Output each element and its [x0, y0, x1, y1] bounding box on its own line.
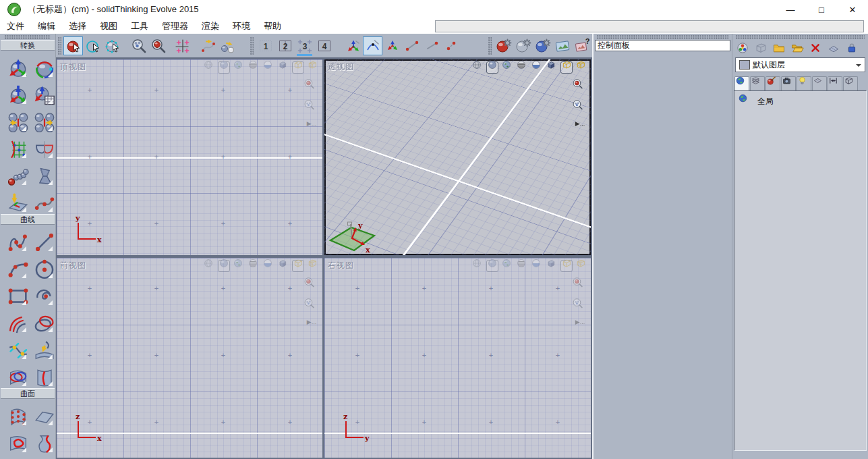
- vh-textured-button[interactable]: [501, 61, 513, 74]
- vh-wirebox-button[interactable]: [292, 61, 304, 74]
- lp-folder-button[interactable]: [772, 41, 786, 55]
- vh-cube-button[interactable]: [277, 260, 289, 272]
- toolbar-drag-handle[interactable]: [488, 37, 492, 55]
- control-panel-drag-handle[interactable]: [597, 35, 728, 39]
- curve-arc-button[interactable]: [1, 252, 28, 279]
- viewport-more-button[interactable]: ▶...: [575, 319, 585, 325]
- tool-lattice-button[interactable]: [1, 132, 28, 159]
- surf-revolve-button[interactable]: [28, 427, 54, 454]
- snap-line-button[interactable]: [422, 36, 441, 55]
- move-points-button[interactable]: [218, 36, 237, 55]
- select-points-button[interactable]: [103, 36, 122, 55]
- toolbar-drag-handle[interactable]: [58, 37, 61, 55]
- close-button[interactable]: ✕: [837, 0, 868, 19]
- viewport-more-button[interactable]: ▶...: [307, 319, 316, 325]
- layout-4-button[interactable]: 4: [314, 36, 334, 55]
- vh-wire-button[interactable]: [471, 260, 484, 272]
- viewport-more-button[interactable]: ▶...: [307, 120, 316, 127]
- vh-half-button[interactable]: [531, 260, 543, 272]
- tab-dim-tab[interactable]: [828, 76, 842, 90]
- snap-grid-button[interactable]: [172, 36, 192, 55]
- vh-striped-button[interactable]: [248, 260, 260, 272]
- surf-sweep-button[interactable]: [28, 454, 54, 459]
- menu-item-environment[interactable]: 环境: [226, 19, 257, 34]
- toolbar-drag-handle[interactable]: [250, 37, 254, 55]
- render-blue-button[interactable]: [533, 36, 552, 55]
- vh-wirebox2-button[interactable]: [307, 260, 319, 272]
- tree-item[interactable]: 全局: [734, 91, 866, 111]
- tab-box-tab[interactable]: [843, 76, 858, 90]
- curve-offset-button[interactable]: [1, 306, 28, 333]
- vh-shaded-button[interactable]: [218, 61, 230, 74]
- sidebar-drag-handle[interactable]: [5, 35, 51, 39]
- curve-ellipse-button[interactable]: [28, 306, 54, 333]
- menu-item-select[interactable]: 选择: [62, 19, 93, 34]
- vh-wire-button[interactable]: [471, 61, 484, 74]
- tool-xform-num-button[interactable]: [28, 78, 54, 105]
- snap-arc-button[interactable]: [363, 36, 382, 55]
- layout-1-button[interactable]: 1: [256, 36, 275, 55]
- vh-half-button[interactable]: [262, 61, 274, 74]
- layer-dropdown[interactable]: 默认图层: [735, 57, 865, 72]
- surf-plane-button[interactable]: [28, 400, 54, 427]
- minimize-button[interactable]: —: [775, 0, 806, 19]
- tab-global-tab[interactable]: [734, 76, 749, 90]
- vh-striped-button[interactable]: [516, 61, 528, 74]
- lp-colors-button[interactable]: [736, 41, 749, 55]
- vh-wirebox-button[interactable]: [560, 61, 573, 74]
- vh-wirebox2-button[interactable]: [575, 61, 587, 74]
- viewport-right[interactable]: ++++++++++++ z y右视图▶...: [324, 258, 591, 458]
- vh-shaded-button[interactable]: [218, 260, 230, 272]
- tab-layers-tab[interactable]: [750, 76, 765, 90]
- vh-wirebox2-button[interactable]: [575, 260, 587, 272]
- vh-shaded-button[interactable]: [486, 61, 498, 74]
- curve-extract-button[interactable]: [28, 360, 54, 387]
- curve-circle-button[interactable]: [28, 252, 54, 279]
- menu-item-help[interactable]: 帮助: [257, 19, 288, 34]
- lp-del-button[interactable]: [809, 41, 822, 55]
- select-outline-button[interactable]: [83, 36, 103, 55]
- snap-pts-button[interactable]: [441, 36, 461, 55]
- curve-rect-button[interactable]: [1, 279, 28, 306]
- vh-textured-button[interactable]: [233, 260, 245, 272]
- curve-tangent-button[interactable]: [1, 333, 28, 360]
- vh-cube-button[interactable]: [546, 260, 558, 272]
- snap-triad2-button[interactable]: [382, 36, 402, 55]
- surf-trim-button[interactable]: [1, 427, 28, 454]
- zoom-object-button[interactable]: [148, 36, 168, 55]
- menu-item-managers[interactable]: 管理器: [155, 19, 195, 34]
- vh-textured-button[interactable]: [501, 260, 513, 272]
- menu-item-render[interactable]: 渲染: [195, 19, 226, 34]
- maximize-button[interactable]: □: [806, 0, 837, 19]
- viewport-front[interactable]: ++++++++++++ z x前视图▶...: [57, 258, 322, 458]
- menu-item-edit[interactable]: 编辑: [31, 19, 62, 34]
- vh-cube-button[interactable]: [277, 61, 289, 74]
- vs-zoom-pts-button[interactable]: [303, 298, 320, 314]
- tool-scale-button[interactable]: [1, 78, 28, 105]
- layout-3-button[interactable]: 3: [295, 36, 314, 55]
- tool-rotate-button[interactable]: [28, 51, 54, 78]
- tab-camera-tab[interactable]: [781, 76, 796, 90]
- tool-align-in-button[interactable]: [1, 105, 28, 132]
- curve-line-button[interactable]: [28, 225, 54, 252]
- vs-zoom-obj-button[interactable]: [303, 78, 320, 94]
- tab-material-tab[interactable]: [765, 76, 780, 90]
- vh-wire-button[interactable]: [203, 61, 215, 74]
- menu-item-tools[interactable]: 工具: [124, 19, 155, 34]
- curve-free-button[interactable]: [1, 225, 28, 252]
- vh-wirebox-button[interactable]: [560, 260, 573, 272]
- snap-triad-button[interactable]: [343, 36, 363, 55]
- vh-cube-button[interactable]: [546, 61, 558, 74]
- vh-wirebox2-button[interactable]: [307, 61, 319, 74]
- tool-twist-button[interactable]: [28, 159, 54, 186]
- tool-editcurve-button[interactable]: [28, 186, 54, 213]
- viewport-perspective[interactable]: y x透视图▶...: [324, 59, 591, 255]
- surf-loft-button[interactable]: [1, 454, 28, 459]
- tab-light-tab[interactable]: [797, 76, 811, 90]
- world-panel-drag-handle[interactable]: [736, 35, 865, 39]
- vs-zoom-pts-button[interactable]: [572, 99, 588, 115]
- viewport-more-button[interactable]: ▶...: [575, 120, 585, 127]
- lp-folder-open-button[interactable]: [790, 41, 804, 55]
- zoom-points-button[interactable]: [129, 36, 148, 55]
- tool-align-out-button[interactable]: [28, 105, 54, 132]
